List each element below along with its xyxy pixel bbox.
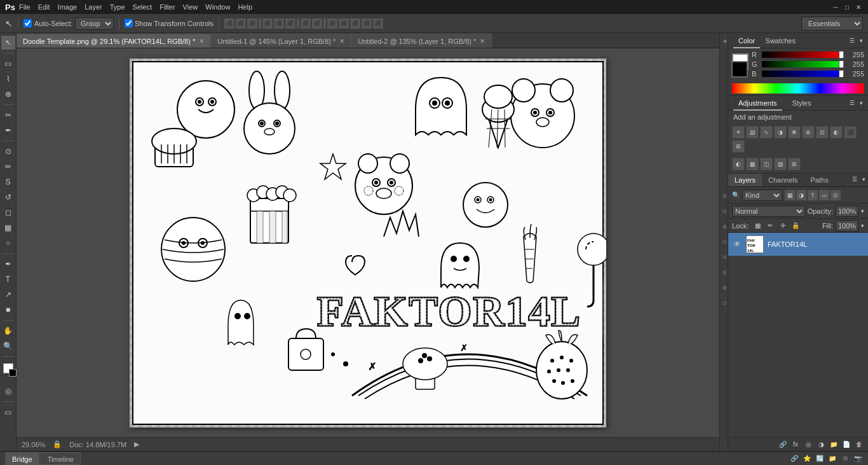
layers-list[interactable]: 👁 FAK TOR 14L FAKTOR14L bbox=[728, 233, 868, 437]
tab-close-button[interactable]: ✕ bbox=[199, 38, 204, 45]
panel-tools-btn-2[interactable]: ⊟ bbox=[720, 204, 729, 219]
menu-filter[interactable]: Filter bbox=[159, 3, 175, 11]
lock-all-icon[interactable]: 🔒 bbox=[790, 221, 801, 231]
new-layer-icon[interactable]: 📄 bbox=[841, 440, 851, 450]
healing-tool[interactable]: ⊙ bbox=[1, 144, 15, 158]
vibrance-icon[interactable]: ❋ bbox=[788, 126, 801, 139]
zoom-tool[interactable]: 🔍 bbox=[1, 339, 15, 353]
smart-filter-icon[interactable]: ⊙ bbox=[831, 190, 841, 200]
dist-v-icon[interactable]: ⬛ bbox=[312, 18, 322, 29]
menu-view[interactable]: View bbox=[183, 3, 198, 11]
screen-mode[interactable]: ▭ bbox=[1, 405, 15, 419]
bottom-star-icon[interactable]: ⭐ bbox=[802, 454, 812, 464]
blend-mode-dropdown[interactable]: Normal Dissolve Darken Multiply Screen O… bbox=[732, 205, 805, 217]
layer-visibility-eye[interactable]: 👁 bbox=[732, 239, 742, 249]
link-layers-icon[interactable]: 🔗 bbox=[778, 440, 788, 450]
delete-layer-icon[interactable]: 🗑 bbox=[854, 440, 864, 450]
shape-filter-icon[interactable]: ▭ bbox=[819, 190, 829, 200]
threshold-icon[interactable]: ◫ bbox=[760, 158, 773, 170]
selective-color-icon[interactable]: ⊞ bbox=[788, 158, 801, 170]
dist-2-icon[interactable]: ⬛ bbox=[327, 18, 337, 29]
gradient-map-icon[interactable]: ▨ bbox=[774, 158, 787, 170]
adj-panel-menu[interactable]: ☰ bbox=[850, 100, 855, 106]
move-tool-icon[interactable]: ↖ bbox=[5, 18, 13, 29]
bottom-camera-icon[interactable]: 📷 bbox=[853, 454, 863, 464]
align-bottom-icon[interactable]: ⬛ bbox=[285, 18, 295, 29]
auto-select-dropdown[interactable]: Group Layer bbox=[75, 17, 114, 30]
type-filter-icon[interactable]: T bbox=[808, 190, 818, 200]
panel-tools-btn-1[interactable]: ⊞ bbox=[720, 189, 729, 204]
type-tool[interactable]: T bbox=[1, 272, 15, 286]
background-swatch[interactable] bbox=[731, 61, 748, 78]
align-center-h-icon[interactable]: ⬛ bbox=[236, 18, 246, 29]
color-panel-collapse[interactable]: ▾ bbox=[860, 38, 863, 44]
brush-tool[interactable]: ✏ bbox=[1, 160, 15, 174]
gradient-tool[interactable]: ▦ bbox=[1, 221, 15, 235]
auto-select-checkbox[interactable] bbox=[24, 19, 32, 27]
panel-tools-btn-8[interactable]: ⊡ bbox=[720, 296, 729, 311]
clone-tool[interactable]: S bbox=[1, 175, 15, 189]
bottom-settings-icon[interactable]: ⚙ bbox=[840, 454, 850, 464]
eraser-tool[interactable]: ◻ bbox=[1, 205, 15, 219]
paths-tab-btn[interactable]: Paths bbox=[804, 174, 835, 186]
menu-select[interactable]: Select bbox=[133, 3, 153, 11]
dist-6-icon[interactable]: ⬛ bbox=[373, 18, 383, 29]
panel-tools-btn-4[interactable]: ⊡ bbox=[720, 235, 729, 250]
menu-file[interactable]: File bbox=[19, 3, 31, 11]
tab-untitled-1[interactable]: Untitled-1 @ 145% (Layer 1, RGB/8) * ✕ bbox=[211, 34, 351, 48]
bottom-sync-icon[interactable]: 🔄 bbox=[815, 454, 825, 464]
path-selection-tool[interactable]: ↗ bbox=[1, 288, 15, 302]
align-middle-v-icon[interactable]: ⬛ bbox=[274, 18, 284, 29]
layers-panel-collapse[interactable]: ▾ bbox=[860, 174, 868, 186]
bottom-folder-icon[interactable]: 📁 bbox=[827, 454, 837, 464]
lock-transparent-icon[interactable]: ▦ bbox=[752, 221, 763, 231]
menu-window[interactable]: Window bbox=[205, 3, 230, 11]
minimize-button[interactable]: ─ bbox=[831, 3, 840, 11]
align-right-icon[interactable]: ⬛ bbox=[247, 18, 257, 29]
marquee-tool[interactable]: ▭ bbox=[1, 57, 15, 71]
pen-tool[interactable]: ✒ bbox=[1, 257, 15, 271]
styles-tab[interactable]: Styles bbox=[787, 95, 817, 111]
quick-mask-mode[interactable]: ◎ bbox=[1, 384, 15, 398]
tab-untitled-2[interactable]: Untitled-2 @ 135% (Layer 1, RGB/8) * ✕ bbox=[351, 34, 492, 48]
foreground-color[interactable] bbox=[1, 361, 15, 375]
panel-tools-btn-5[interactable]: ⊟ bbox=[720, 250, 729, 265]
menu-image[interactable]: Image bbox=[58, 3, 78, 11]
exposure-icon[interactable]: ◑ bbox=[774, 126, 787, 139]
align-top-icon[interactable]: ⬛ bbox=[262, 18, 273, 29]
adjustments-tab[interactable]: Adjustments bbox=[733, 95, 782, 111]
adjustment-filter-icon[interactable]: ◑ bbox=[796, 190, 806, 200]
bw-icon[interactable]: ◐ bbox=[830, 126, 843, 139]
menu-bar[interactable]: File Edit Image Layer Type Select Filter… bbox=[19, 3, 252, 11]
swatches-tab[interactable]: Swatches bbox=[760, 33, 801, 48]
history-brush[interactable]: ↺ bbox=[1, 190, 15, 204]
lock-pixels-icon[interactable]: ✏ bbox=[765, 221, 775, 231]
dodge-tool[interactable]: ○ bbox=[1, 236, 15, 250]
new-group-icon[interactable]: 📁 bbox=[829, 440, 839, 450]
bottom-link-icon[interactable]: 🔗 bbox=[789, 454, 799, 464]
opacity-arrow[interactable]: ▾ bbox=[861, 208, 864, 214]
panel-tools-btn-7[interactable]: ⊠ bbox=[720, 281, 729, 296]
canvas-viewport[interactable]: FAKTOR14L FAKTOR14L FAKTOR14L bbox=[17, 48, 719, 437]
invert-icon[interactable]: ◐ bbox=[732, 158, 745, 170]
green-slider[interactable] bbox=[762, 61, 844, 67]
menu-type[interactable]: Type bbox=[110, 3, 125, 11]
pixel-filter-icon[interactable]: ▦ bbox=[785, 190, 795, 200]
menu-help[interactable]: Help bbox=[238, 3, 252, 11]
panel-tools-btn-6[interactable]: ⊞ bbox=[720, 265, 729, 281]
add-style-icon[interactable]: fx bbox=[790, 440, 801, 450]
tab-close-button[interactable]: ✕ bbox=[480, 38, 485, 45]
menu-edit[interactable]: Edit bbox=[38, 3, 50, 11]
dist-4-icon[interactable]: ⬛ bbox=[350, 18, 360, 29]
crop-tool[interactable]: ✂ bbox=[1, 108, 15, 122]
layer-item-faktor14l[interactable]: 👁 FAK TOR 14L FAKTOR14L bbox=[728, 233, 868, 256]
dist-5-icon[interactable]: ⬛ bbox=[362, 18, 372, 29]
opacity-input[interactable] bbox=[836, 205, 858, 217]
posterize-icon[interactable]: ▦ bbox=[746, 158, 759, 170]
transform-controls-checkbox[interactable] bbox=[125, 19, 133, 27]
menu-layer[interactable]: Layer bbox=[85, 3, 102, 11]
levels-icon[interactable]: ▤ bbox=[746, 126, 759, 139]
photo-filter-icon[interactable]: ⬛ bbox=[844, 126, 857, 139]
red-slider[interactable] bbox=[762, 52, 844, 58]
tab-doodle-template[interactable]: Doodle Template.png @ 29.1% (FAKTOR14L, … bbox=[17, 34, 211, 48]
